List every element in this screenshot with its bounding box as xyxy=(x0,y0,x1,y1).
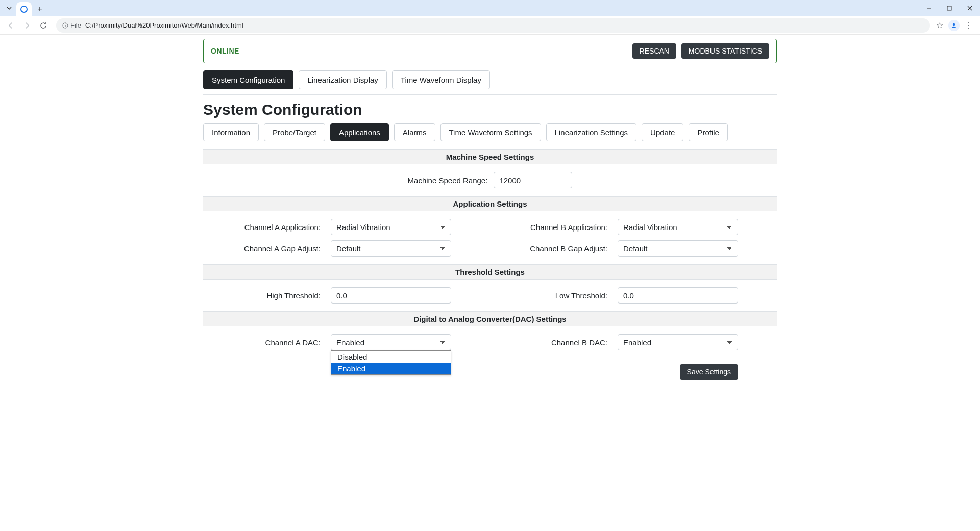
main-tabs: System Configuration Linearization Displ… xyxy=(203,70,777,95)
url-scheme-chip: File xyxy=(62,21,81,29)
machine-speed-range-label: Machine Speed Range: xyxy=(408,176,488,185)
page-title: System Configuration xyxy=(203,101,777,118)
browser-tabstrip: + xyxy=(0,0,980,16)
page-content: ONLINE RESCAN MODBUS STATISTICS System C… xyxy=(203,35,777,380)
tab-search-dropdown[interactable] xyxy=(4,3,14,13)
svg-rect-1 xyxy=(947,6,951,10)
channel-a-gap-adjust-label: Channel A Gap Adjust: xyxy=(203,244,331,253)
channel-a-application-label: Channel A Application: xyxy=(203,223,331,232)
low-threshold-input[interactable] xyxy=(618,287,738,304)
subtab-linearization-settings[interactable]: Linearization Settings xyxy=(546,123,636,141)
window-close-button[interactable] xyxy=(960,0,980,16)
info-icon xyxy=(62,22,68,29)
svg-point-7 xyxy=(953,23,955,25)
channel-a-dac-dropdown-open: Disabled Enabled xyxy=(331,350,451,375)
subtab-alarms[interactable]: Alarms xyxy=(394,123,435,141)
tab-time-waveform-display[interactable]: Time Waveform Display xyxy=(392,70,490,89)
tab-linearization-display[interactable]: Linearization Display xyxy=(299,70,386,89)
low-threshold-label: Low Threshold: xyxy=(490,291,618,300)
rescan-button[interactable]: RESCAN xyxy=(632,43,676,59)
channel-a-dac-label: Channel A DAC: xyxy=(203,338,331,347)
browser-tab-active[interactable] xyxy=(16,2,32,16)
subtab-update[interactable]: Update xyxy=(642,123,683,141)
channel-a-application-select[interactable]: Radial Vibration xyxy=(331,219,451,235)
subtab-profile[interactable]: Profile xyxy=(689,123,728,141)
profile-avatar-icon[interactable] xyxy=(948,20,960,31)
high-threshold-label: High Threshold: xyxy=(203,291,331,300)
address-bar[interactable]: File C:/Proximity/Dual%20Proximitor/Web/… xyxy=(56,18,930,33)
machine-speed-range-input[interactable] xyxy=(494,172,572,188)
status-text: ONLINE xyxy=(211,47,239,55)
svg-point-6 xyxy=(65,23,65,24)
dac-option-enabled[interactable]: Enabled xyxy=(331,363,451,374)
channel-a-gap-adjust-select[interactable]: Default xyxy=(331,240,451,257)
subtab-probe-target[interactable]: Probe/Target xyxy=(264,123,325,141)
section-header-threshold: Threshold Settings xyxy=(203,265,777,280)
favicon-icon xyxy=(20,6,28,13)
channel-b-dac-label: Channel B DAC: xyxy=(490,338,618,347)
section-header-dac: Digital to Analog Converter(DAC) Setting… xyxy=(203,312,777,326)
channel-a-dac-select[interactable]: Enabled xyxy=(331,334,451,350)
tab-system-configuration[interactable]: System Configuration xyxy=(203,70,293,89)
url-text: C:/Proximity/Dual%20Proximitor/Web/Main/… xyxy=(85,21,243,29)
bookmark-star-icon[interactable]: ☆ xyxy=(936,20,943,30)
channel-b-application-select[interactable]: Radial Vibration xyxy=(618,219,738,235)
section-header-application: Application Settings xyxy=(203,196,777,211)
new-tab-button[interactable]: + xyxy=(33,2,47,16)
browser-toolbar: File C:/Proximity/Dual%20Proximitor/Web/… xyxy=(0,16,980,35)
channel-b-gap-adjust-select[interactable]: Default xyxy=(618,240,738,257)
nav-reload-button[interactable] xyxy=(37,19,50,32)
window-maximize-button[interactable] xyxy=(939,0,960,16)
status-bar: ONLINE RESCAN MODBUS STATISTICS xyxy=(203,39,777,63)
window-minimize-button[interactable] xyxy=(919,0,939,16)
browser-menu-button[interactable]: ⋮ xyxy=(965,20,973,30)
channel-b-application-label: Channel B Application: xyxy=(490,223,618,232)
high-threshold-input[interactable] xyxy=(331,287,451,304)
section-header-machine-speed: Machine Speed Settings xyxy=(203,149,777,164)
subtab-information[interactable]: Information xyxy=(203,123,259,141)
nav-back-button[interactable] xyxy=(4,19,17,32)
modbus-statistics-button[interactable]: MODBUS STATISTICS xyxy=(681,43,769,59)
subtab-time-waveform-settings[interactable]: Time Waveform Settings xyxy=(440,123,541,141)
subtab-applications[interactable]: Applications xyxy=(330,123,389,141)
dac-option-disabled[interactable]: Disabled xyxy=(331,351,451,363)
channel-b-gap-adjust-label: Channel B Gap Adjust: xyxy=(490,244,618,253)
save-settings-button[interactable]: Save Settings xyxy=(680,364,738,380)
url-scheme-label: File xyxy=(70,21,81,29)
nav-forward-button[interactable] xyxy=(20,19,34,32)
channel-b-dac-select[interactable]: Enabled xyxy=(618,334,738,350)
sub-tabs: Information Probe/Target Applications Al… xyxy=(203,123,777,141)
